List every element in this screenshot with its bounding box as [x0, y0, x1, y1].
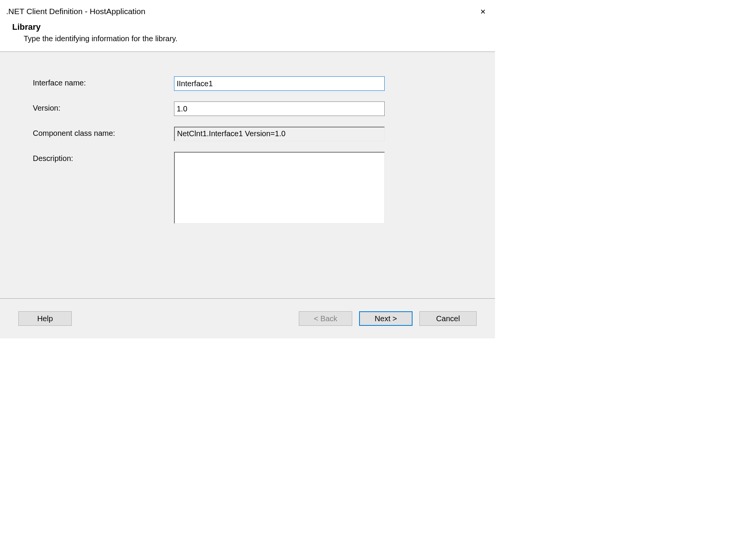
wizard-header: Library Type the identifying information…	[0, 19, 495, 52]
description-input[interactable]	[174, 152, 385, 224]
wizard-footer: Help < Back Next > Cancel	[0, 299, 495, 338]
next-button[interactable]: Next >	[359, 311, 413, 326]
footer-right: < Back Next > Cancel	[72, 311, 477, 326]
titlebar: .NET Client Definition - HostApplication…	[0, 0, 495, 19]
page-description: Type the identifying information for the…	[12, 34, 489, 43]
form-area: Interface name: Version: Component class…	[0, 52, 495, 298]
footer-left: Help	[18, 311, 72, 326]
version-row: Version:	[33, 101, 484, 116]
version-label: Version:	[33, 101, 174, 113]
window-title: .NET Client Definition - HostApplication	[6, 7, 145, 16]
component-class-name-row: Component class name: NetClnt1.Interface…	[33, 127, 484, 141]
component-class-name-label: Component class name:	[33, 127, 174, 138]
interface-name-label: Interface name:	[33, 76, 174, 87]
cancel-button[interactable]: Cancel	[419, 311, 477, 326]
page-title: Library	[12, 22, 489, 32]
back-button: < Back	[299, 311, 352, 326]
version-input[interactable]	[174, 101, 385, 116]
description-label: Description:	[33, 152, 174, 163]
component-class-name-display: NetClnt1.Interface1 Version=1.0	[174, 127, 385, 141]
help-button[interactable]: Help	[18, 311, 72, 326]
interface-name-input[interactable]	[174, 76, 385, 91]
nav-buttons: < Back Next >	[299, 311, 413, 326]
description-row: Description:	[33, 152, 484, 224]
interface-name-row: Interface name:	[33, 76, 484, 91]
close-icon[interactable]: ✕	[479, 7, 487, 17]
